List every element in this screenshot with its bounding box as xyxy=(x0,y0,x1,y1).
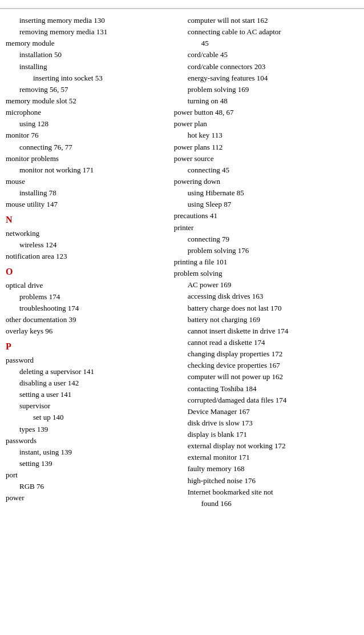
index-entry: notification area 123 xyxy=(6,251,165,262)
index-entry: Device Manager 167 xyxy=(174,406,358,417)
index-entry: high-pitched noise 176 xyxy=(174,475,358,487)
page-header xyxy=(0,0,364,9)
index-entry: problem solving 176 xyxy=(174,245,358,256)
index-entry: problem solving 169 xyxy=(174,84,358,95)
index-entry: AC power 169 xyxy=(174,279,358,291)
index-entry: overlay keys 96 xyxy=(6,325,165,337)
index-entry: checking device properties 167 xyxy=(174,360,358,371)
index-entry: computer will not power up 162 xyxy=(174,371,358,383)
index-entry: external monitor 171 xyxy=(174,452,358,463)
index-entry: disabling a user 142 xyxy=(6,377,165,389)
index-entry: monitor problems xyxy=(6,153,165,164)
index-entry: wireless 124 xyxy=(6,239,165,251)
content: inserting memory media 130removing memor… xyxy=(0,11,364,515)
index-entry: power source xyxy=(174,153,358,164)
index-entry: turning on 48 xyxy=(174,95,358,107)
index-entry: installing xyxy=(6,61,165,73)
index-entry: set up 140 xyxy=(6,412,165,423)
section-letter: P xyxy=(6,340,165,353)
index-entry: removing 56, 57 xyxy=(6,84,165,95)
index-entry: types 139 xyxy=(6,424,165,435)
index-entry: cannot read a diskette 174 xyxy=(174,337,358,348)
index-entry: cord/cable 45 xyxy=(174,49,358,61)
index-entry: battery not charging 169 xyxy=(174,314,358,325)
section-letter: O xyxy=(6,266,165,278)
index-entry: power xyxy=(6,492,165,504)
index-entry: energy-saving features 104 xyxy=(174,73,358,84)
index-entry: memory module xyxy=(6,38,165,49)
index-entry: using Hibernate 85 xyxy=(174,187,358,199)
index-entry: optical drive xyxy=(6,280,165,291)
index-entry: password xyxy=(6,355,165,366)
index-entry: accessing disk drives 163 xyxy=(174,291,358,302)
index-entry: connecting 45 xyxy=(174,164,358,176)
index-entry: faulty memory 168 xyxy=(174,463,358,475)
index-entry: passwords xyxy=(6,435,165,447)
section-letter: N xyxy=(6,214,165,226)
index-entry: inserting into socket 53 xyxy=(6,73,165,84)
index-entry: setting 139 xyxy=(6,458,165,469)
right-column: computer will not start 162connecting ca… xyxy=(172,15,358,509)
index-entry: port xyxy=(6,469,165,481)
index-entry: display is blank 171 xyxy=(174,429,358,440)
index-entry: networking xyxy=(6,228,165,239)
index-entry: battery charge does not last 170 xyxy=(174,303,358,314)
index-entry: changing display properties 172 xyxy=(174,348,358,360)
index-entry: removing memory media 131 xyxy=(6,26,165,38)
index-entry: RGB 76 xyxy=(6,481,165,492)
index-entry: disk drive is slow 173 xyxy=(174,417,358,429)
index-entry: hot key 113 xyxy=(174,130,358,141)
index-entry: found 166 xyxy=(174,498,358,509)
index-entry: microphone xyxy=(6,107,165,118)
index-entry: external display not working 172 xyxy=(174,440,358,452)
index-entry: 45 xyxy=(174,38,358,49)
index-entry: contacting Toshiba 184 xyxy=(174,383,358,395)
index-entry: other documentation 39 xyxy=(6,314,165,325)
index-entry: computer will not start 162 xyxy=(174,15,358,26)
index-entry: corrupted/damaged data files 174 xyxy=(174,395,358,406)
index-entry: mouse xyxy=(6,176,165,187)
index-entry: power button 48, 67 xyxy=(174,107,358,118)
index-entry: mouse utility 147 xyxy=(6,199,165,210)
index-entry: monitor not working 171 xyxy=(6,164,165,176)
index-entry: Internet bookmarked site not xyxy=(174,487,358,498)
index-entry: inserting memory media 130 xyxy=(6,15,165,26)
index-entry: troubleshooting 174 xyxy=(6,303,165,314)
index-entry: power plans 112 xyxy=(174,142,358,153)
index-entry: problems 174 xyxy=(6,291,165,303)
index-entry: connecting 76, 77 xyxy=(6,142,165,153)
left-column: inserting memory media 130removing memor… xyxy=(6,15,172,509)
index-entry: power plan xyxy=(174,118,358,130)
index-entry: connecting cable to AC adaptor xyxy=(174,26,358,38)
index-entry: installation 50 xyxy=(6,49,165,61)
index-entry: supervisor xyxy=(6,400,165,412)
index-entry: printing a file 101 xyxy=(174,256,358,268)
index-entry: cord/cable connectors 203 xyxy=(174,61,358,73)
index-entry: monitor 76 xyxy=(6,130,165,141)
index-entry: using 128 xyxy=(6,118,165,130)
index-entry: printer xyxy=(174,222,358,234)
index-entry: powering down xyxy=(174,176,358,187)
index-entry: deleting a supervisor 141 xyxy=(6,366,165,377)
index-entry: problem solving xyxy=(174,268,358,279)
index-entry: installing 78 xyxy=(6,187,165,199)
index-entry: precautions 41 xyxy=(174,210,358,222)
index-entry: connecting 79 xyxy=(174,234,358,245)
index-entry: memory module slot 52 xyxy=(6,95,165,107)
index-entry: setting a user 141 xyxy=(6,389,165,400)
index-entry: instant, using 139 xyxy=(6,447,165,458)
index-entry: using Sleep 87 xyxy=(174,199,358,210)
index-entry: cannot insert diskette in drive 174 xyxy=(174,325,358,337)
